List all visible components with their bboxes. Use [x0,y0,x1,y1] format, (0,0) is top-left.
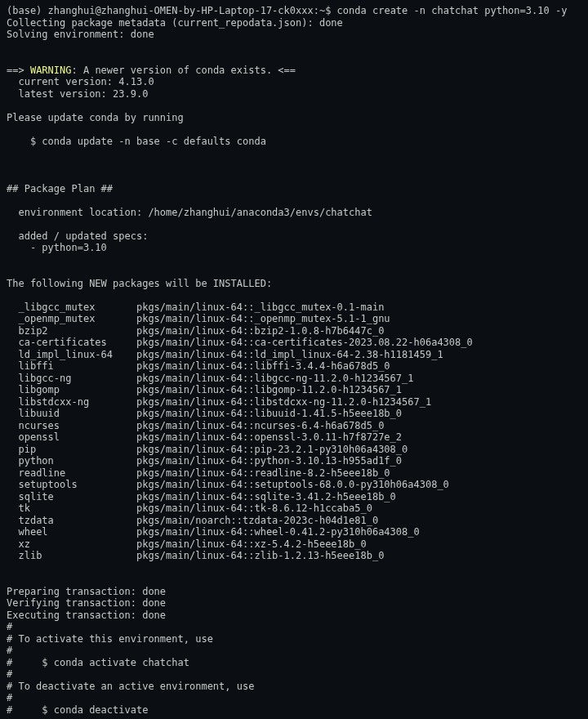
output-line: # [7,645,12,656]
package-name: openssl [18,431,136,444]
package-spec: pkgs/main/linux-64::xz-5.4.2-h5eee18b_0 [136,538,367,550]
output-line: latest version: 23.9.0 [7,88,148,100]
package-name: bzip2 [18,325,136,337]
package-spec: pkgs/main/linux-64::ca-certificates-2023… [136,337,473,348]
package-name: ld_impl_linux-64 [18,349,136,361]
output-line: # $ conda deactivate [7,704,148,716]
package-row: wheelpkgs/main/linux-64::wheel-0.41.2-py… [18,526,419,538]
package-spec: pkgs/main/noarch::tzdata-2023c-h04d1e81_… [136,515,378,526]
package-name: readline [18,467,136,480]
output-line: current version: 4.13.0 [7,76,154,87]
package-row: pippkgs/main/linux-64::pip-23.2.1-py310h… [18,444,408,456]
package-spec: pkgs/main/linux-64::readline-8.2-h5eee18… [136,467,390,479]
package-spec: pkgs/main/linux-64::openssl-3.0.11-h7f87… [136,431,402,443]
package-name: libuuid [18,408,136,420]
output-line: # [7,692,12,703]
package-row: libgcc-ngpkgs/main/linux-64::libgcc-ng-1… [18,373,413,385]
package-name: libffi [18,360,136,373]
prompt-env: (base) [7,5,48,16]
package-spec: pkgs/main/linux-64::ld_impl_linux-64-2.3… [136,349,443,360]
package-spec: pkgs/main/linux-64::pip-23.2.1-py310h06a… [136,444,408,455]
package-row: ncursespkgs/main/linux-64::ncurses-6.4-h… [18,420,384,432]
package-name: python [18,455,136,467]
output-line: Solving environment: done [7,29,154,40]
package-row: xzpkgs/main/linux-64::xz-5.4.2-h5eee18b_… [18,538,366,551]
package-spec: pkgs/main/linux-64::libffi-3.4.4-h6a678d… [136,360,390,372]
output-line: The following NEW packages will be INSTA… [7,278,272,289]
package-name: zlib [18,550,136,562]
package-spec: pkgs/main/linux-64::libgcc-ng-11.2.0-h12… [136,373,414,384]
output-line: # To deactivate an active environment, u… [7,681,254,692]
package-row: opensslpkgs/main/linux-64::openssl-3.0.1… [18,431,402,444]
package-spec: pkgs/main/linux-64::libstdcxx-ng-11.2.0-… [136,396,431,408]
package-name: tk [18,502,136,515]
output-line: Please update conda by running [7,112,184,123]
package-name: ca-certificates [18,337,136,349]
package-spec: pkgs/main/linux-64::_libgcc_mutex-0.1-ma… [136,301,384,313]
package-name: libgomp [18,384,136,396]
package-spec: pkgs/main/linux-64::setuptools-68.0.0-py… [136,479,449,490]
package-name: pip [18,444,136,456]
package-spec: pkgs/main/linux-64::_openmp_mutex-5.1-1_… [136,313,390,324]
package-row: tzdatapkgs/main/noarch::tzdata-2023c-h04… [18,515,378,527]
package-row: setuptoolspkgs/main/linux-64::setuptools… [18,479,448,491]
output-line: Verifying transaction: done [7,597,166,609]
output-line: Collecting package metadata (current_rep… [7,17,343,29]
package-name: xz [18,538,136,551]
package-row: ca-certificatespkgs/main/linux-64::ca-ce… [18,337,472,349]
output-line: # $ conda activate chatchat [7,657,189,668]
package-name: setuptools [18,479,136,491]
output-line: $ conda update -n base -c defaults conda [7,136,266,147]
output-line: Preparing transaction: done [7,586,166,597]
output-line: - python=3.10 [7,242,107,253]
package-row: bzip2pkgs/main/linux-64::bzip2-1.0.8-h7b… [18,325,384,337]
prompt-userhost: zhanghui@zhanghui-OMEN-by-HP-Laptop-17-c… [48,5,314,16]
output-line: # To activate this environment, use [7,633,213,645]
package-row: readlinepkgs/main/linux-64::readline-8.2… [18,467,390,480]
package-name: _openmp_mutex [18,313,136,325]
section-header: ## Package Plan ## [7,183,113,194]
output-line: environment location: /home/zhanghui/ana… [7,207,372,218]
package-spec: pkgs/main/linux-64::libgomp-11.2.0-h1234… [136,384,402,395]
package-row: libffipkgs/main/linux-64::libffi-3.4.4-h… [18,360,390,373]
package-spec: pkgs/main/linux-64::bzip2-1.0.8-h7b6447c… [136,325,384,337]
package-row: _libgcc_mutexpkgs/main/linux-64::_libgcc… [18,301,384,314]
package-row: tkpkgs/main/linux-64::tk-8.6.12-h1ccaba5… [18,502,372,515]
command-text[interactable]: conda create -n chatchat python=3.10 -y [337,5,568,16]
output-line: # [7,621,12,632]
output-line: added / updated specs: [7,230,148,242]
package-row: _openmp_mutexpkgs/main/linux-64::_openmp… [18,313,390,325]
package-row: zlibpkgs/main/linux-64::zlib-1.2.13-h5ee… [18,550,384,562]
package-name: wheel [18,526,136,538]
package-spec: pkgs/main/linux-64::tk-8.6.12-h1ccaba5_0 [136,502,372,514]
package-spec: pkgs/main/linux-64::wheel-0.41.2-py310h0… [136,526,420,538]
package-row: libuuidpkgs/main/linux-64::libuuid-1.41.… [18,408,402,420]
package-name: ncurses [18,420,136,432]
package-row: pythonpkgs/main/linux-64::python-3.10.13… [18,455,402,467]
package-name: tzdata [18,515,136,527]
package-name: sqlite [18,491,136,503]
package-spec: pkgs/main/linux-64::sqlite-3.41.2-h5eee1… [136,491,396,502]
package-row: libstdcxx-ngpkgs/main/linux-64::libstdcx… [18,396,431,409]
warning-word: WARNING [30,65,72,76]
package-row: libgomppkgs/main/linux-64::libgomp-11.2.… [18,384,402,396]
output-line: Executing transaction: done [7,610,166,621]
package-spec: pkgs/main/linux-64::python-3.10.13-h955a… [136,455,402,467]
package-row: ld_impl_linux-64pkgs/main/linux-64::ld_i… [18,349,443,361]
package-spec: pkgs/main/linux-64::ncurses-6.4-h6a678d5… [136,420,384,431]
output-line: # [7,668,12,680]
package-row: sqlitepkgs/main/linux-64::sqlite-3.41.2-… [18,491,395,503]
package-name: libgcc-ng [18,373,136,385]
package-name: libstdcxx-ng [18,396,136,409]
package-name: _libgcc_mutex [18,301,136,314]
warning-line: ==> WARNING: A newer version of conda ex… [7,65,296,76]
package-spec: pkgs/main/linux-64::libuuid-1.41.5-h5eee… [136,408,402,419]
package-spec: pkgs/main/linux-64::zlib-1.2.13-h5eee18b… [136,550,384,561]
terminal-line: (base) zhanghui@zhanghui-OMEN-by-HP-Lapt… [7,5,567,16]
